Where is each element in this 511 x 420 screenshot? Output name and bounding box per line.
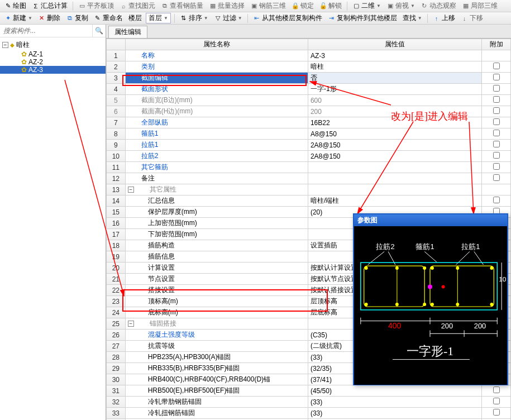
prop-value-cell[interactable] (308, 173, 481, 184)
btn-persp[interactable]: ▣俯视▼ (385, 1, 417, 11)
table-row[interactable]: 11其它箍筋 (107, 162, 511, 173)
add-checkbox[interactable] (493, 74, 500, 80)
prop-add-cell[interactable] (482, 117, 511, 128)
btn-rebar-3d[interactable]: ▣钢筋三维 (249, 1, 288, 11)
btn-floor[interactable]: 楼层 (127, 13, 144, 23)
prop-add-cell[interactable] (482, 184, 511, 195)
btn-delete[interactable]: ✕删除 (36, 13, 62, 23)
table-row[interactable]: 5截面宽(B边)(mm)600 (107, 95, 511, 106)
btn-sum[interactable]: Σ汇总计算 (30, 1, 69, 11)
prop-add-cell[interactable] (482, 151, 511, 162)
prop-value-cell[interactable]: A8@150 (308, 128, 481, 140)
tab-property-edit[interactable]: 属性编辑 (108, 26, 147, 38)
add-checkbox[interactable] (493, 63, 500, 69)
btn-local-3d[interactable]: ▦局部三维 (460, 1, 499, 11)
add-checkbox[interactable] (493, 152, 500, 159)
table-row[interactable]: 12备注 (107, 173, 511, 184)
prop-value-cell[interactable]: 600 (308, 95, 481, 106)
table-row[interactable]: 13−其它属性 (107, 184, 511, 195)
btn-align-top[interactable]: ▭平齐板顶 (77, 1, 116, 11)
collapse-icon[interactable]: − (128, 187, 134, 193)
add-checkbox[interactable] (493, 130, 500, 136)
param-diagram-window[interactable]: 参数图 拉筋2 箍筋1 拉筋1 (353, 213, 508, 385)
prop-value-cell[interactable]: 一字-1形 (308, 84, 481, 95)
add-checkbox[interactable] (493, 107, 500, 114)
prop-value-cell[interactable]: (45/50) (308, 385, 481, 397)
add-checkbox[interactable] (493, 174, 500, 181)
table-row[interactable]: 4截面形状一字-1形 (107, 84, 511, 95)
collapse-icon[interactable]: − (128, 321, 134, 327)
btn-filter[interactable]: ▽过滤▼ (212, 13, 244, 23)
prop-value-cell[interactable]: (33) (308, 397, 481, 408)
prop-add-cell[interactable] (482, 50, 511, 61)
tree-root[interactable]: − ◆ 暗柱 (0, 40, 106, 50)
prop-value-cell[interactable]: AZ-3 (308, 50, 481, 61)
prop-add-cell[interactable] (482, 195, 511, 207)
btn-copy-to[interactable]: ⇥复制构件到其他楼层 (326, 13, 399, 23)
btn-up[interactable]: ↑上移 (431, 13, 457, 23)
prop-add-cell[interactable] (482, 61, 511, 73)
table-row[interactable]: 10拉筋22A8@150 (107, 151, 511, 162)
btn-2d[interactable]: ▢二维▼ (351, 1, 383, 11)
add-checkbox[interactable] (493, 85, 500, 92)
prop-add-cell[interactable] (482, 95, 511, 106)
add-checkbox[interactable] (493, 386, 500, 393)
btn-find[interactable]: 查找▼ (401, 13, 424, 23)
table-row[interactable]: 14汇总信息暗柱/端柱 (107, 195, 511, 207)
prop-value-cell[interactable]: 暗柱 (308, 61, 481, 73)
btn-view-rebar[interactable]: ⧉查看钢筋量 (159, 1, 205, 11)
dd-floor[interactable]: 首层▼ (146, 13, 171, 23)
search-button[interactable]: 🔍 (92, 25, 106, 37)
table-row[interactable]: 1名称AZ-3 (107, 50, 511, 61)
prop-value-cell[interactable]: 暗柱/端柱 (308, 195, 481, 207)
btn-orbit[interactable]: ↻动态观察 (419, 1, 458, 11)
collapse-icon[interactable]: − (2, 42, 8, 48)
btn-draw[interactable]: ✎绘图 (2, 1, 28, 11)
table-row[interactable]: 9拉筋12A8@150 (107, 140, 511, 151)
btn-rename[interactable]: ✎重命名 (92, 13, 125, 23)
prop-add-cell[interactable] (482, 408, 511, 419)
table-row[interactable]: 8箍筋1A8@150 (107, 128, 511, 140)
tree-item-az3[interactable]: ✿ AZ-3 (0, 66, 106, 74)
add-checkbox[interactable] (493, 398, 500, 404)
table-row[interactable]: 31HRB500(E),HRBF500(EF)锚固(45/50) (107, 385, 511, 397)
btn-find-elem[interactable]: ⌕查找图元 (118, 1, 157, 11)
prop-add-cell[interactable] (482, 173, 511, 184)
prop-add-cell[interactable] (482, 162, 511, 173)
btn-sort[interactable]: ⇅排序▼ (178, 13, 210, 23)
add-checkbox[interactable] (493, 163, 500, 170)
prop-add-cell[interactable] (482, 73, 511, 84)
prop-value-cell[interactable] (308, 184, 481, 195)
prop-value-cell[interactable]: 否 (308, 73, 481, 84)
add-checkbox[interactable] (493, 118, 500, 125)
tree-item-az2[interactable]: ✿ AZ-2 (0, 58, 106, 66)
add-checkbox[interactable] (493, 141, 500, 147)
table-row[interactable]: 32冷轧带肋钢筋锚固(33) (107, 397, 511, 408)
btn-copy[interactable]: ⧉复制 (64, 13, 90, 23)
param-window-title[interactable]: 参数图 (354, 214, 507, 226)
prop-add-cell[interactable] (482, 385, 511, 397)
prop-add-cell[interactable] (482, 84, 511, 95)
table-row[interactable]: 3截面编辑否 (107, 73, 511, 84)
prop-value-cell[interactable]: (33) (308, 408, 481, 419)
prop-value-cell[interactable] (308, 162, 481, 173)
btn-lock[interactable]: 🔒锁定 (290, 1, 316, 11)
add-checkbox[interactable] (493, 197, 500, 203)
btn-new[interactable]: ✦新建▼ (2, 13, 34, 23)
prop-add-cell[interactable] (482, 140, 511, 151)
table-row[interactable]: 33冷轧扭钢筋锚固(33) (107, 408, 511, 419)
search-input[interactable] (0, 25, 92, 37)
prop-add-cell[interactable] (482, 397, 511, 408)
add-checkbox[interactable] (493, 409, 500, 416)
tree-item-az1[interactable]: ✿ AZ-1 (0, 50, 106, 58)
btn-down[interactable]: ↓下移 (459, 13, 485, 23)
add-checkbox[interactable] (493, 96, 500, 103)
btn-unlock[interactable]: 🔓解锁 (318, 1, 343, 11)
btn-copy-from[interactable]: ⇤从其他楼层复制构件 (251, 13, 324, 23)
btn-batch-sel[interactable]: ▦批量选择 (207, 1, 246, 11)
prop-value-cell[interactable]: 2A8@150 (308, 140, 481, 151)
prop-add-cell[interactable] (482, 128, 511, 140)
table-row[interactable]: 2类别暗柱 (107, 61, 511, 73)
prop-add-cell[interactable] (482, 106, 511, 117)
prop-value-cell[interactable]: 2A8@150 (308, 151, 481, 162)
